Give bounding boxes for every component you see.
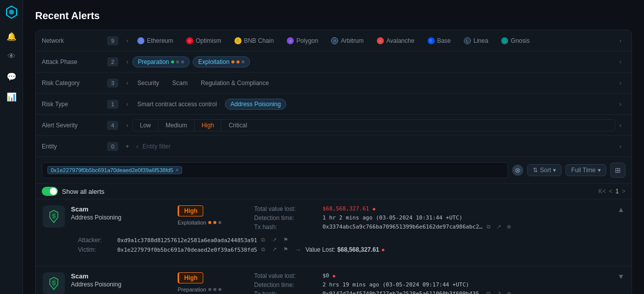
network-gnosis[interactable]: G Gnosis bbox=[496, 36, 534, 46]
risk-type-next[interactable]: › bbox=[615, 99, 625, 109]
type-address-poisoning[interactable]: Address Poisoning bbox=[225, 99, 286, 110]
cat-security[interactable]: Security bbox=[132, 78, 164, 88]
page-prev[interactable]: < bbox=[609, 188, 612, 195]
alert-2-header: S Scam Address Poisoning High Preparatio… bbox=[43, 272, 624, 294]
txhash-copy-1[interactable]: ⧉ bbox=[487, 224, 494, 231]
risk-cat-next[interactable]: › bbox=[615, 78, 625, 88]
sev-low[interactable]: Low bbox=[133, 120, 158, 131]
network-linea[interactable]: L Linea bbox=[459, 36, 493, 46]
alert-2-category: Scam bbox=[71, 272, 172, 280]
detection-time-1: 1 hr 2 mins ago (03-05-2024 10:31:44 +UT… bbox=[323, 214, 462, 221]
sev-next[interactable]: › bbox=[615, 120, 625, 130]
attacker-copy-1[interactable]: ⧉ bbox=[261, 237, 268, 244]
search-input-box[interactable]: 0x1e227979f0b5bc691a70deaed2e0f39a6f538f… bbox=[42, 162, 508, 178]
svg-text:S: S bbox=[52, 280, 56, 286]
risk-type-prev[interactable]: ‹ bbox=[122, 99, 132, 109]
phase2-dot1 bbox=[208, 288, 211, 291]
entity-next[interactable]: › bbox=[615, 141, 625, 152]
risk-type-row: Risk Type 1 ‹ Smart contract access cont… bbox=[36, 94, 631, 115]
phase1-dot3 bbox=[218, 221, 221, 224]
alert-1-av: Attacker: 0xd9a1c3788d81257612e2581a6ea0… bbox=[43, 233, 624, 260]
time-filter-button[interactable]: Full Time ▾ bbox=[566, 164, 606, 176]
network-next[interactable]: › bbox=[615, 36, 625, 46]
entity-label: Entity bbox=[42, 143, 107, 150]
arb-icon: A bbox=[331, 37, 338, 44]
sort-icon: ⇅ bbox=[533, 167, 538, 174]
victim-flag-1[interactable]: ⚑ bbox=[283, 246, 290, 253]
network-prev[interactable]: ‹ bbox=[122, 36, 132, 46]
avax-icon: ▲ bbox=[377, 37, 384, 44]
txhash-link-1[interactable]: ↗ bbox=[497, 224, 504, 231]
bnb-label: BNB Chain bbox=[244, 37, 274, 44]
txhash-copy-2[interactable]: ⧉ bbox=[487, 290, 494, 294]
network-polygon[interactable]: ◈ Polygon bbox=[282, 36, 323, 46]
attack-phase-next[interactable]: › bbox=[615, 57, 625, 67]
total-value-label-1: Total value lost: bbox=[254, 205, 319, 212]
value-lost-amount-1: $68,568,327.61 bbox=[337, 246, 379, 253]
attacker-flag-1[interactable]: ⚑ bbox=[283, 237, 290, 244]
network-avalanche[interactable]: ▲ Avalanche bbox=[372, 36, 420, 46]
attack-phase-prev[interactable]: ‹ bbox=[122, 57, 132, 67]
network-arbitrum[interactable]: A Arbitrum bbox=[326, 36, 368, 46]
phase2-dot2 bbox=[213, 288, 216, 291]
svg-text:S: S bbox=[52, 213, 56, 219]
txhash-share-1[interactable]: ⊕ bbox=[507, 224, 514, 231]
attacker-link-1[interactable]: ↗ bbox=[272, 237, 279, 244]
sev-medium[interactable]: Medium bbox=[158, 120, 195, 131]
risk-cat-prev[interactable]: ‹ bbox=[122, 78, 132, 88]
dot3 bbox=[181, 60, 184, 63]
show-all-toggle[interactable] bbox=[42, 187, 58, 196]
alert-2-left: Scam Address Poisoning bbox=[71, 272, 172, 294]
alert-2-txhash-row: Tx hash: 0x9147d74ef5749b7f27eb2e2528e5a… bbox=[254, 290, 611, 294]
entity-prev[interactable]: ‹ bbox=[132, 141, 142, 152]
risk-type-label: Risk Type bbox=[42, 101, 107, 108]
txhash-share-2[interactable]: ⊕ bbox=[507, 290, 514, 294]
page-next[interactable]: > bbox=[622, 188, 625, 195]
alert-2-red-dot: ● bbox=[332, 272, 336, 279]
alert-1-value-row: Total value lost: $68,568,327.61 ● bbox=[254, 205, 611, 212]
network-bnb[interactable]: B BNB Chain bbox=[229, 36, 279, 46]
alert-1-txhash-row: Tx hash: 0x3374abc5a9c766ba709651399b6e6… bbox=[254, 224, 611, 231]
type-smart-contract[interactable]: Smart contract access control bbox=[132, 99, 222, 109]
alert-1-collapse[interactable]: ▲ bbox=[617, 205, 624, 213]
sev-prev[interactable]: ‹ bbox=[122, 120, 132, 130]
txhash-link-2[interactable]: ↗ bbox=[497, 290, 504, 294]
tag-remove[interactable]: × bbox=[175, 167, 179, 173]
sidebar-eye-icon[interactable]: 👁 bbox=[4, 48, 20, 64]
alert-1-phase: Exploitation bbox=[178, 219, 248, 226]
grid-view-button[interactable]: ⊞ bbox=[610, 163, 625, 178]
cat-regulation[interactable]: Regulation & Compliance bbox=[196, 78, 274, 88]
network-base[interactable]: B Base bbox=[423, 36, 456, 46]
clear-search-button[interactable]: ⊗ bbox=[512, 165, 523, 176]
phase-preparation[interactable]: Preparation bbox=[132, 56, 190, 67]
network-optimism[interactable]: ⊕ Optimism bbox=[181, 36, 226, 46]
total-value-1: $68,568,327.61 bbox=[323, 205, 369, 212]
tag-text: 0x1e227979f0b5bc691a70deaed2e0f39a6f538f… bbox=[51, 167, 173, 173]
cat-scam[interactable]: Scam bbox=[167, 78, 193, 88]
risk-type-count: 1 bbox=[107, 100, 118, 109]
sev-high[interactable]: High bbox=[195, 120, 222, 131]
sev-items: Low Medium High Critical bbox=[132, 119, 615, 131]
txhash-label-1: Tx hash: bbox=[254, 224, 319, 231]
entity-add[interactable]: + bbox=[122, 141, 132, 152]
victim-label-1: Victim: bbox=[78, 246, 113, 253]
network-ethereum[interactable]: Ξ Ethereum bbox=[132, 36, 178, 46]
app-logo bbox=[3, 5, 21, 19]
sort-button[interactable]: ⇅ Sort ▾ bbox=[527, 164, 561, 176]
alert-2-expand[interactable]: ▼ bbox=[617, 272, 624, 280]
victim-copy-1[interactable]: ⧉ bbox=[261, 246, 268, 253]
victim-row-1: Victim: 0x1e227979f0b5bc691a70deaed2e0f3… bbox=[78, 246, 617, 254]
svg-point-1 bbox=[9, 10, 14, 15]
exploitation-label: Exploitation bbox=[198, 58, 229, 65]
sidebar-alerts-icon[interactable]: 🔔 bbox=[4, 28, 20, 44]
page-first[interactable]: K< bbox=[598, 188, 606, 195]
sev-critical[interactable]: Critical bbox=[221, 120, 254, 131]
sidebar-chart-icon[interactable]: 📊 bbox=[4, 89, 20, 105]
alert-1-detection-row: Detection time: 1 hr 2 mins ago (03-05-2… bbox=[254, 214, 611, 222]
search-tag[interactable]: 0x1e227979f0b5bc691a70deaed2e0f39a6f538f… bbox=[47, 166, 182, 174]
victim-link-1[interactable]: ↗ bbox=[272, 246, 279, 253]
phase-exploitation[interactable]: Exploitation bbox=[193, 56, 250, 67]
eth-label: Ethereum bbox=[147, 37, 173, 44]
sidebar-chat-icon[interactable]: 💬 bbox=[4, 68, 20, 85]
entity-items: Entity filter bbox=[142, 143, 615, 150]
